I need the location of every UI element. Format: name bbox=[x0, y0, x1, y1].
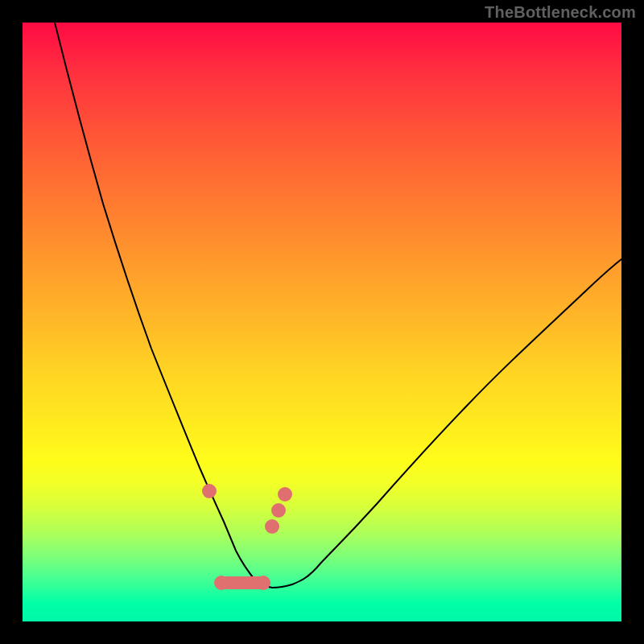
chart-frame: TheBottleneck.com bbox=[0, 0, 644, 644]
marker-bottom-left bbox=[214, 576, 229, 590]
marker-right-3 bbox=[265, 519, 279, 534]
marker-right-2 bbox=[271, 503, 286, 518]
marker-right-1 bbox=[278, 487, 292, 502]
plot-area bbox=[23, 23, 621, 621]
marker-bottom-right bbox=[256, 576, 270, 590]
bottleneck-curve bbox=[55, 23, 621, 588]
watermark-text: TheBottleneck.com bbox=[485, 3, 636, 22]
marker-left bbox=[202, 484, 217, 498]
curve-svg bbox=[23, 23, 621, 621]
